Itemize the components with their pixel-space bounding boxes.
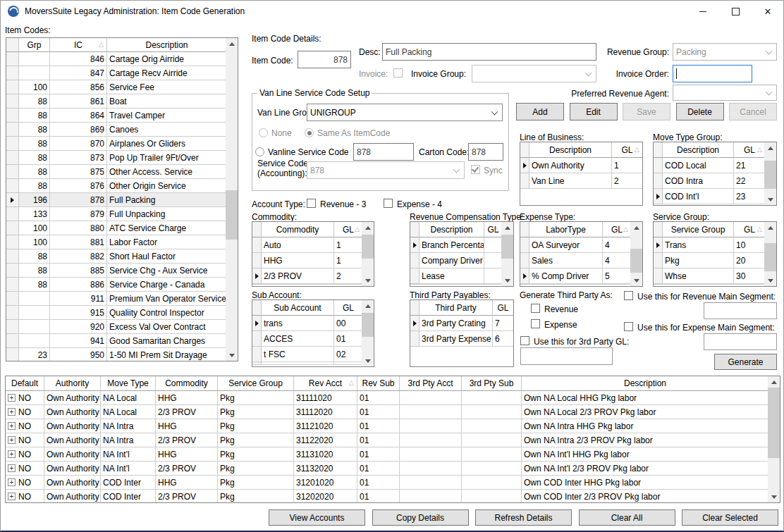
desc-field[interactable]: Full Packing — [382, 43, 596, 61]
table-row[interactable]: 847Cartage Recv Airride — [6, 66, 226, 80]
scroll-down-icon[interactable] — [768, 491, 780, 502]
table-row[interactable]: 88869Canoes — [6, 123, 226, 137]
line-of-business-grid[interactable]: DescriptionGL△Own Authority1Van Line2 — [520, 142, 643, 206]
column-header[interactable]: Third Party — [419, 300, 493, 316]
table-row[interactable]: +NOOwn AuthorityCOD Inter2/3 PROVPkg3120… — [6, 490, 768, 502]
use-revenue-main-segment-checkbox[interactable] — [624, 291, 633, 300]
scrollbar-thumb[interactable] — [630, 249, 642, 273]
vertical-scrollbar[interactable] — [501, 222, 513, 286]
column-header[interactable]: Grp — [19, 38, 50, 52]
cancel-button[interactable]: Cancel — [729, 103, 777, 120]
none-radio[interactable] — [259, 128, 268, 137]
scroll-down-icon[interactable] — [630, 275, 642, 286]
van-line-group-select[interactable]: UNIGROUP — [307, 104, 503, 121]
table-row[interactable]: 100856Service Fee — [6, 80, 226, 94]
table-row[interactable]: Company Driver — [410, 253, 501, 268]
table-row[interactable]: 239501-50 MI Prem Sit Drayage — [6, 348, 226, 361]
column-header[interactable]: Authority — [44, 376, 101, 391]
column-header[interactable]: Rev Sub — [357, 376, 400, 391]
item-codes-grid[interactable]: GrpIC△Description846Cartage Orig Airride… — [6, 37, 238, 361]
vertical-scrollbar[interactable] — [362, 300, 374, 366]
minimize-button[interactable] — [688, 1, 718, 22]
save-button[interactable]: Save — [623, 103, 670, 120]
table-row[interactable]: 3rd Party Expense6 — [410, 331, 513, 347]
delete-button[interactable]: Delete — [676, 103, 724, 120]
sync-checkbox[interactable] — [471, 165, 480, 174]
vertical-scrollbar[interactable] — [764, 222, 776, 286]
clear-selected-button[interactable]: Clear Selected — [682, 509, 778, 526]
column-header[interactable]: Description — [663, 142, 734, 158]
move-type-group-grid[interactable]: DescriptionGL△COD Local21COD Intra22COD … — [653, 142, 777, 206]
accounts-grid[interactable]: DefaultAuthorityMove TypeCommodityServic… — [5, 376, 780, 503]
scroll-up-icon[interactable] — [362, 222, 374, 233]
expand-row-icon[interactable]: + — [8, 464, 16, 472]
table-row[interactable]: COD Int'l23 — [654, 189, 764, 204]
expand-row-icon[interactable]: + — [8, 478, 16, 486]
column-header[interactable]: Service Group — [218, 376, 294, 391]
table-row[interactable]: trans00 — [252, 316, 362, 331]
column-header[interactable]: Commodity — [156, 376, 218, 391]
preferred-revenue-agent-select[interactable] — [673, 85, 777, 101]
commodity-grid[interactable]: CommodityGL△Auto1HHG12/3 PROV2 — [252, 221, 374, 287]
view-accounts-button[interactable]: View Accounts — [269, 509, 365, 526]
column-header[interactable]: GL — [334, 300, 362, 316]
table-row[interactable]: Branch Percentage — [410, 237, 501, 253]
carton-code-field[interactable]: 878 — [468, 143, 503, 161]
third-party-expense-checkbox[interactable] — [531, 319, 540, 328]
column-header[interactable]: Description — [522, 376, 768, 391]
column-header[interactable]: GL△ — [612, 142, 642, 158]
invoice-checkbox[interactable] — [393, 68, 403, 78]
table-row[interactable]: Pkg20 — [654, 253, 764, 268]
scrollbar-thumb[interactable] — [501, 235, 513, 259]
scrollbar-thumb[interactable] — [226, 190, 238, 240]
expand-row-icon[interactable]: + — [8, 450, 16, 458]
column-header[interactable]: GL△ — [734, 222, 764, 237]
expand-row-icon[interactable]: + — [8, 408, 16, 416]
expand-row-icon[interactable]: + — [8, 422, 16, 430]
scroll-down-icon[interactable] — [501, 275, 513, 286]
column-header[interactable]: 3rd Pty Sub — [462, 376, 522, 391]
column-header[interactable]: LaborType — [529, 222, 603, 237]
table-row[interactable]: 911Premium Van Operator Service — [6, 292, 226, 306]
edit-button[interactable]: Edit — [570, 103, 618, 120]
table-row[interactable]: 3rd Party Crating7 — [410, 316, 513, 331]
scroll-down-icon[interactable] — [362, 355, 374, 366]
table-row[interactable]: Lease — [410, 268, 501, 284]
table-row[interactable]: ACCES01 — [252, 331, 362, 347]
column-header[interactable]: Rev Acct△ — [294, 376, 357, 391]
column-header[interactable]: 3rd Pty Acct — [400, 376, 462, 391]
service-code-accounting-select[interactable]: 878 — [307, 161, 465, 179]
revenue-group-select[interactable]: Packing — [673, 43, 777, 61]
scroll-up-icon[interactable] — [501, 222, 513, 233]
revenue-main-segment-field[interactable] — [704, 302, 777, 319]
table-row[interactable]: 100881Labor Factor — [6, 235, 226, 249]
third-party-payables-grid[interactable]: Third PartyGL3rd Party Crating73rd Party… — [410, 299, 514, 367]
table-row[interactable]: 88873Pop Up Trailer 9Ft/Over — [6, 151, 226, 165]
column-header[interactable]: IC△ — [50, 38, 107, 52]
scroll-up-icon[interactable] — [226, 38, 238, 49]
table-row[interactable]: COD Intra22 — [654, 173, 764, 189]
table-row[interactable]: 196878Full Packing — [6, 193, 226, 207]
vanline-service-code-radio[interactable] — [255, 147, 264, 156]
scrollbar-thumb[interactable] — [764, 243, 776, 271]
expand-row-icon[interactable]: + — [8, 394, 16, 402]
revenue-compensation-type-grid[interactable]: DescriptionGL△Branch PercentageCompany D… — [410, 221, 514, 287]
sub-account-grid[interactable]: Sub AccountGLtrans00ACCES01t FSC02 — [252, 299, 374, 367]
table-row[interactable]: 88882Short Haul Factor — [6, 249, 226, 264]
column-header[interactable]: Service Group — [663, 222, 734, 237]
expand-row-icon[interactable]: + — [8, 493, 16, 500]
scrollbar-thumb[interactable] — [764, 161, 776, 189]
column-header[interactable]: GL△ — [334, 222, 362, 237]
column-header[interactable]: Description — [529, 142, 612, 158]
table-row[interactable]: COD Local21 — [654, 158, 764, 173]
column-header[interactable]: Description — [107, 38, 226, 52]
table-row[interactable]: 941Good Samaritan Charges — [6, 334, 226, 348]
table-row[interactable]: Auto1 — [252, 237, 362, 253]
table-row[interactable]: Own Authority1 — [520, 158, 642, 173]
scroll-up-icon[interactable] — [764, 142, 776, 154]
scroll-up-icon[interactable] — [764, 222, 776, 233]
expense-4-checkbox[interactable] — [384, 199, 393, 208]
table-row[interactable]: 915Qualiity Control Inspector — [6, 306, 226, 320]
close-button[interactable]: ✕ — [753, 1, 783, 22]
table-row[interactable]: 100880ATC Service Charge — [6, 221, 226, 235]
